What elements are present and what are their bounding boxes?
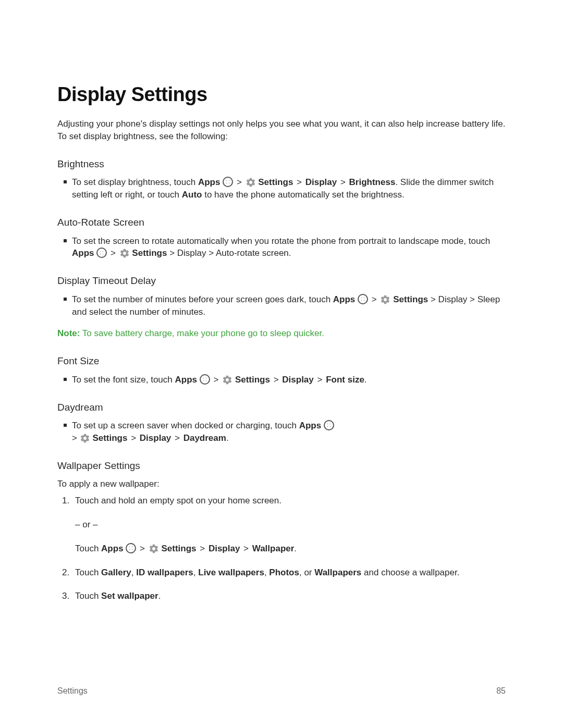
heading-timeout: Display Timeout Delay <box>57 274 506 288</box>
gear-icon <box>80 433 90 443</box>
settings-label: Settings <box>393 294 428 304</box>
display-label: Display <box>209 544 240 553</box>
intro-paragraph: Adjusting your phone's display settings … <box>57 118 506 143</box>
settings-label: Settings <box>235 375 270 385</box>
text: To set the screen to rotate automaticall… <box>72 236 490 246</box>
text: . <box>226 433 229 443</box>
separator: > <box>72 433 80 443</box>
apps-label: Apps <box>198 177 221 187</box>
page-footer: Settings 85 <box>57 685 506 697</box>
brightness-list: To set display brightness, touch Apps > … <box>57 176 506 201</box>
note-paragraph: Note: To save battery charge, make your … <box>57 327 506 340</box>
timeout-list: To set the number of minutes before your… <box>57 293 506 318</box>
footer-page-number: 85 <box>496 685 506 697</box>
wallpaper-steps: Touch and hold an empty spot on your hom… <box>57 495 506 602</box>
apps-icon <box>200 374 210 385</box>
apps-icon <box>126 543 136 553</box>
gallery-label: Gallery <box>101 567 131 577</box>
text: Touch and hold an empty spot on your hom… <box>75 496 282 505</box>
text: Touch <box>75 567 101 577</box>
text: to have the phone automatically set the … <box>202 190 404 200</box>
text: To set up a screen saver when docked or … <box>72 421 299 430</box>
daydream-list: To set up a screen saver when docked or … <box>57 419 506 445</box>
apps-icon <box>223 177 233 187</box>
list-item: To set the font size, touch Apps > Setti… <box>72 374 506 386</box>
auto-label: Auto <box>182 190 202 200</box>
autorotate-list: To set the screen to rotate automaticall… <box>57 235 506 260</box>
gear-icon <box>149 544 159 554</box>
text: and choose a wallpaper. <box>361 567 459 577</box>
apps-icon <box>358 294 368 304</box>
separator: > <box>337 177 349 187</box>
list-item: Touch Set wallpaper. <box>72 590 506 602</box>
page-title: Display Settings <box>57 81 506 108</box>
display-label: Display <box>282 375 313 385</box>
settings-label: Settings <box>258 177 293 187</box>
text: . <box>364 375 367 385</box>
heading-fontsize: Font Size <box>57 354 506 368</box>
text: , or <box>299 567 314 577</box>
text: , <box>131 567 136 577</box>
separator: > <box>371 294 381 304</box>
gear-icon <box>380 294 390 305</box>
gear-icon <box>222 375 232 385</box>
text: To set the number of minutes before your… <box>72 294 333 304</box>
photos-label: Photos <box>269 567 299 577</box>
text: Touch <box>75 591 101 601</box>
wallpaper-intro: To apply a new wallpaper: <box>57 478 506 490</box>
text: , <box>264 567 269 577</box>
apps-label: Apps <box>175 375 198 385</box>
apps-icon <box>324 420 334 430</box>
separator: > <box>293 177 305 187</box>
text: > Display > Auto-rotate screen. <box>167 248 291 258</box>
heading-wallpaper: Wallpaper Settings <box>57 459 506 473</box>
separator: > <box>240 544 252 553</box>
heading-autorotate: Auto-Rotate Screen <box>57 216 506 230</box>
separator: > <box>197 544 209 553</box>
list-item: To set up a screen saver when docked or … <box>72 419 506 445</box>
list-item: To set display brightness, touch Apps > … <box>72 176 506 201</box>
list-item: To set the number of minutes before your… <box>72 293 506 318</box>
wallpaper-label: Wallpaper <box>252 544 295 553</box>
fontsize-list: To set the font size, touch Apps > Setti… <box>57 374 506 386</box>
apps-icon <box>96 248 107 258</box>
wallpapers-label: Wallpapers <box>314 567 361 577</box>
document-page: Display Settings Adjusting your phone's … <box>0 0 563 728</box>
text: . <box>294 544 297 553</box>
brightness-label: Brightness <box>349 177 396 187</box>
separator: > <box>139 544 149 553</box>
apps-label: Apps <box>101 544 124 553</box>
text: . <box>158 591 161 601</box>
settings-label: Settings <box>132 248 167 258</box>
settings-label: Settings <box>161 544 196 553</box>
or-separator: – or – <box>75 519 506 531</box>
apps-label: Apps <box>333 294 356 304</box>
text: To set display brightness, touch <box>72 177 198 187</box>
gear-icon <box>119 248 130 258</box>
live-wallpapers-label: Live wallpapers <box>198 567 264 577</box>
list-item: To set the screen to rotate automaticall… <box>72 235 506 260</box>
separator: > <box>127 433 139 443</box>
separator: > <box>270 375 282 385</box>
separator: > <box>212 375 222 385</box>
heading-daydream: Daydream <box>57 401 506 415</box>
gear-icon <box>246 177 256 188</box>
separator: > <box>236 177 246 187</box>
footer-section: Settings <box>57 685 88 697</box>
daydream-label: Daydream <box>183 433 226 443</box>
apps-label: Apps <box>299 421 322 430</box>
heading-brightness: Brightness <box>57 157 506 171</box>
display-label: Display <box>140 433 171 443</box>
note-text: To save battery charge, make your phone … <box>80 328 324 338</box>
text: Touch <box>75 544 101 553</box>
separator: > <box>171 433 183 443</box>
set-wallpaper-label: Set wallpaper <box>101 591 158 601</box>
id-wallpapers-label: ID wallpapers <box>136 567 193 577</box>
apps-label: Apps <box>72 248 94 258</box>
text: , <box>193 567 198 577</box>
fontsize-label: Font size <box>326 375 364 385</box>
text: To set the font size, touch <box>72 375 175 385</box>
settings-label: Settings <box>92 433 127 443</box>
note-label: Note: <box>57 328 80 338</box>
list-item: Touch and hold an empty spot on your hom… <box>72 495 506 554</box>
